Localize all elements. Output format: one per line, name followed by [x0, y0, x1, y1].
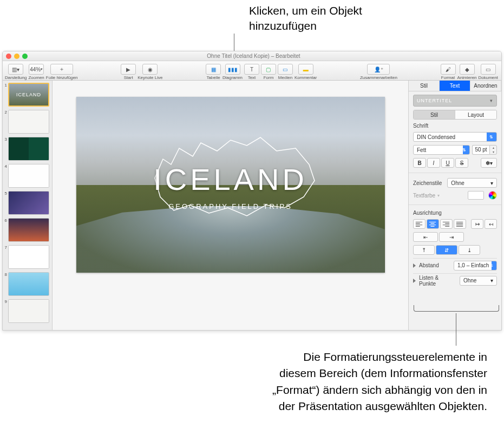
insert-comment-button[interactable]: ▬ Kommentar: [294, 64, 317, 80]
start-button[interactable]: ▶ Start: [121, 64, 136, 80]
callout-bottom: Die Formatierungssteuerelemente in diese…: [206, 349, 487, 415]
document-inspector-button[interactable]: ▭ Dokument: [479, 64, 498, 80]
line-spacing-select[interactable]: 1,0 – Einfach⇅: [454, 261, 497, 270]
slide-thumb-9[interactable]: 9: [4, 299, 50, 323]
main-area: 1 2 3 4 5 6 7 8 9 ICELAND GEOGRAPHY FIEL…: [3, 81, 501, 330]
font-section-label: Schrift: [413, 123, 497, 129]
slide-thumb-2[interactable]: 2: [4, 110, 50, 134]
slide-thumb-5[interactable]: 5: [4, 191, 50, 215]
keynote-live-button[interactable]: ◉ Keynote Live: [138, 64, 162, 80]
indent-icon: ⇥: [449, 234, 454, 240]
plus-icon: ＋: [59, 65, 64, 73]
slide-canvas[interactable]: ICELAND GEOGRAPHY FIELD TRIPS: [53, 81, 408, 330]
insert-media-button[interactable]: ▭ Medien: [278, 64, 293, 80]
animate-inspector-button[interactable]: ◆ Animieren: [457, 64, 477, 80]
view-icon: ▥▾: [12, 67, 19, 72]
underline-button[interactable]: U: [441, 158, 454, 168]
step-up-icon[interactable]: ▴: [490, 146, 496, 150]
subtab-style[interactable]: Stil: [414, 110, 455, 119]
font-weight-select[interactable]: Fett⇅: [413, 145, 470, 155]
view-button[interactable]: ▥▾ Darstellung: [5, 64, 27, 80]
paragraph-style-dropdown[interactable]: UNTERTITEL ▾: [413, 95, 497, 107]
add-slide-button[interactable]: ＋ Folie hinzufügen: [46, 64, 78, 80]
triangle-icon: [413, 263, 416, 268]
text-color-label: Textfarbe: [413, 193, 435, 199]
spacing-disclosure[interactable]: Abstand 1,0 – Einfach⇅: [413, 258, 497, 270]
bold-button[interactable]: B: [413, 158, 426, 168]
shape-icon: ▢: [266, 67, 271, 72]
minimize-icon[interactable]: [14, 54, 19, 59]
subtab-layout[interactable]: Layout: [455, 110, 496, 119]
toolbar: ▥▾ Darstellung 44% ▾ Zoomen ＋ Folie hinz…: [3, 61, 501, 81]
color-wheel-icon[interactable]: [488, 191, 497, 200]
updown-icon: ⇅: [490, 263, 493, 268]
valign-bottom-icon: ⤓: [467, 247, 472, 253]
strike-button[interactable]: S: [455, 158, 468, 168]
slide-title[interactable]: ICELAND: [76, 162, 385, 197]
paintbrush-icon: 🖌: [446, 67, 451, 72]
gear-icon: ✽: [486, 160, 490, 166]
chart-icon: ▮▮▮: [228, 67, 238, 72]
outdent-button[interactable]: ⇤: [413, 232, 438, 242]
insert-table-button[interactable]: ▦ Tabelle: [206, 64, 221, 80]
ltr-button[interactable]: ↦: [471, 219, 483, 229]
align-justify-button[interactable]: [454, 219, 466, 229]
media-icon: ▭: [283, 67, 287, 72]
divider: [409, 173, 501, 173]
slide-navigator[interactable]: 1 2 3 4 5 6 7 8 9: [3, 81, 53, 330]
font-size-stepper[interactable]: 50 pt ▴▾: [472, 145, 497, 155]
zoom-button[interactable]: 44% ▾ Zoomen: [28, 64, 44, 80]
insert-shape-button[interactable]: ▢ Form: [261, 64, 276, 80]
text-icon: T: [250, 67, 253, 72]
tab-style[interactable]: Stil: [409, 81, 440, 91]
bullets-disclosure[interactable]: Listen & Punkte Ohne▾: [413, 273, 497, 285]
valign-middle-icon: ⇵: [444, 247, 449, 253]
italic-button[interactable]: I: [427, 158, 440, 168]
bullets-select[interactable]: Ohne▾: [460, 276, 497, 286]
divider: [409, 204, 501, 205]
table-icon: ▦: [211, 67, 216, 72]
collaborate-button[interactable]: 👤⁺ Zusammenarbeiten: [360, 64, 397, 80]
advanced-gear-button[interactable]: ✽ ▾: [481, 158, 497, 168]
slide-thumb-6[interactable]: 6: [4, 218, 50, 242]
slide-thumb-4[interactable]: 4: [4, 164, 50, 188]
tab-text[interactable]: Text: [440, 81, 470, 91]
chevron-down-icon: ▾: [490, 180, 493, 186]
diamond-icon: ◆: [465, 67, 469, 72]
window-traffic-lights[interactable]: [6, 54, 28, 59]
document-icon: ▭: [486, 67, 490, 72]
slide-subtitle[interactable]: GEOGRAPHY FIELD TRIPS: [76, 202, 385, 210]
insert-text-button[interactable]: T Text: [244, 64, 259, 80]
font-family-select[interactable]: DIN Condensed⇅: [413, 132, 497, 142]
slide-thumb-7[interactable]: 7: [4, 245, 50, 269]
valign-top-button[interactable]: ⤒: [413, 245, 435, 255]
text-subtabs[interactable]: Stil Layout: [413, 110, 497, 120]
chevron-down-icon: ▾: [490, 98, 493, 103]
updown-icon: ⇅: [489, 135, 493, 140]
slide-thumb-1[interactable]: 1: [4, 83, 50, 107]
char-style-label: Zeichenstile: [413, 180, 442, 186]
valign-bottom-button[interactable]: ⤓: [459, 245, 480, 255]
align-center-button[interactable]: [427, 219, 439, 229]
slide-thumb-8[interactable]: 8: [4, 272, 50, 296]
insert-chart-button[interactable]: ▮▮▮ Diagramm: [222, 64, 243, 80]
rtl-button[interactable]: ↤: [485, 219, 497, 229]
rtl-icon: ↤: [489, 221, 493, 227]
indent-button[interactable]: ⇥: [439, 232, 464, 242]
align-left-button[interactable]: [413, 219, 426, 229]
step-down-icon[interactable]: ▾: [490, 150, 496, 154]
close-icon[interactable]: [6, 54, 11, 59]
alignment-label: Ausrichtung: [413, 210, 497, 216]
format-inspector-button[interactable]: 🖌 Format: [441, 64, 456, 80]
chevron-down-icon: ▾: [490, 278, 493, 283]
slide-thumb-3[interactable]: 3: [4, 137, 50, 161]
broadcast-icon: ◉: [148, 67, 153, 72]
valign-middle-button[interactable]: ⇵: [436, 245, 457, 255]
char-style-select[interactable]: Ohne▾: [447, 178, 497, 188]
tab-arrange[interactable]: Anordnen: [470, 81, 501, 91]
align-right-button[interactable]: [440, 219, 453, 229]
text-color-well[interactable]: [468, 191, 484, 200]
fullscreen-icon[interactable]: [22, 54, 28, 59]
triangle-icon: [413, 279, 416, 283]
current-slide[interactable]: ICELAND GEOGRAPHY FIELD TRIPS: [76, 97, 385, 273]
